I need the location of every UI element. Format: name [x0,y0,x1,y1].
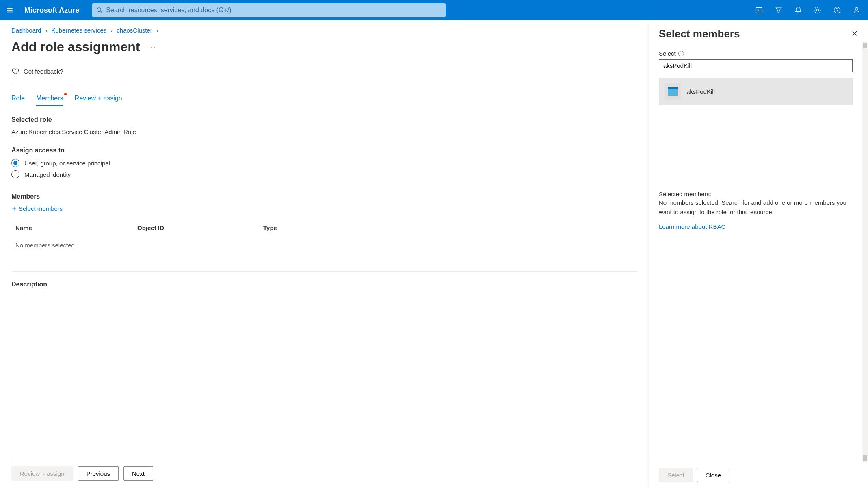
person-icon [853,6,861,14]
tab-members[interactable]: Members [36,95,63,106]
help-icon [833,6,841,14]
page-title: Add role assignment [11,39,140,54]
blade-select-button[interactable]: Select [659,468,693,482]
breadcrumb-dashboard[interactable]: Dashboard [11,27,41,34]
breadcrumb-kubernetes-services[interactable]: Kubernetes services [51,27,106,34]
radio-user-group-principal[interactable]: User, group, or service principal [11,159,637,167]
resource-icon [668,87,678,96]
alert-dot-icon [64,93,67,95]
previous-button[interactable]: Previous [78,466,119,481]
radio-managed-identity[interactable]: Managed identity [11,170,637,178]
member-search-input[interactable] [659,59,853,72]
review-assign-button[interactable]: Review + assign [11,466,73,481]
gear-icon [814,6,822,14]
select-members-label: Select members [19,205,63,212]
hamburger-icon [6,7,13,14]
tab-role[interactable]: Role [11,95,25,106]
radio-icon [11,170,19,178]
selected-role-section: Selected role Azure Kubernetes Service C… [11,116,637,135]
radio-label: User, group, or service principal [24,160,110,167]
radio-label: Managed identity [24,171,71,178]
search-result-item[interactable]: aksPodKill [659,78,853,105]
column-object-id: Object ID [137,224,263,231]
description-section: Description [11,271,637,293]
select-field-label: Select i [659,50,853,57]
blade-title: Select members [659,28,740,40]
plus-icon [11,206,17,212]
heart-icon [11,67,19,75]
more-actions-button[interactable]: ··· [148,43,156,51]
topbar-actions [749,0,868,20]
wizard-footer: Review + assign Previous Next [11,460,637,488]
select-members-link[interactable]: Select members [11,205,637,212]
members-label: Members [11,193,637,200]
chevron-right-icon: › [110,27,113,34]
help-button[interactable] [827,0,847,20]
account-button[interactable] [847,0,866,20]
members-empty-message: No members selected [11,235,637,255]
feedback-label: Got feedback? [24,68,63,75]
svg-point-3 [817,9,819,11]
bell-icon [794,6,802,14]
filter-icon [775,6,783,14]
top-navigation-bar: Microsoft Azure [0,0,868,20]
selected-role-value: Azure Kubernetes Service Cluster Admin R… [11,128,637,135]
svg-line-1 [100,11,102,13]
cloud-shell-button[interactable] [749,0,769,20]
blade-body: Select i aksPodKill Selected members: No… [649,42,868,462]
notifications-button[interactable] [788,0,808,20]
learn-more-rbac-link[interactable]: Learn more about RBAC [659,223,725,230]
menu-toggle-button[interactable] [0,0,19,20]
tab-review-assign[interactable]: Review + assign [75,95,122,106]
search-input[interactable] [106,7,442,14]
svg-point-0 [97,8,101,11]
radio-icon [11,159,19,167]
scrollbar[interactable] [862,42,868,462]
search-box[interactable] [92,3,446,17]
blade-footer: Select Close [649,462,868,488]
directory-switch-button[interactable] [769,0,788,20]
selected-members-section: Selected members: No members selected. S… [659,191,853,230]
selected-members-message: No members selected. Search for and add … [659,198,853,217]
members-table: Name Object ID Type No members selected [11,220,637,255]
svg-point-5 [855,7,858,10]
tab-members-label: Members [36,95,63,102]
assign-access-section: Assign access to User, group, or service… [11,147,637,182]
next-button[interactable]: Next [123,466,153,481]
close-blade-button[interactable] [851,30,858,38]
wizard-tabs: Role Members Review + assign [11,95,637,106]
search-result-name: aksPodKill [686,88,715,95]
main-area: Dashboard › Kubernetes services › chaosC… [0,20,868,488]
cloud-shell-icon [755,6,763,14]
description-label: Description [11,281,637,288]
selected-role-label: Selected role [11,116,637,124]
blade-close-button[interactable]: Close [697,468,729,482]
members-section: Members Select members Name Object ID Ty… [11,193,637,255]
settings-button[interactable] [808,0,827,20]
chevron-right-icon: › [45,27,47,34]
column-name: Name [11,224,137,231]
column-type: Type [263,224,637,231]
brand-label: Microsoft Azure [19,6,89,15]
selected-members-label: Selected members: [659,191,853,197]
content-pane: Dashboard › Kubernetes services › chaosC… [0,20,649,488]
select-members-blade: Select members Select i aksPodKill [649,20,868,488]
select-label-text: Select [659,50,676,57]
blade-header: Select members [649,20,868,42]
resource-avatar [665,83,681,100]
svg-rect-2 [756,7,762,13]
feedback-link[interactable]: Got feedback? [11,64,637,83]
search-container [89,3,749,17]
breadcrumb-chaoscluster[interactable]: chaosCluster [117,27,152,34]
table-header: Name Object ID Type [11,220,637,235]
close-icon [851,30,858,37]
page-title-row: Add role assignment ··· [11,39,637,54]
breadcrumb: Dashboard › Kubernetes services › chaosC… [11,27,637,34]
search-icon [96,7,103,13]
info-icon[interactable]: i [678,51,684,56]
chevron-right-icon: › [156,27,158,34]
assign-access-label: Assign access to [11,147,637,154]
